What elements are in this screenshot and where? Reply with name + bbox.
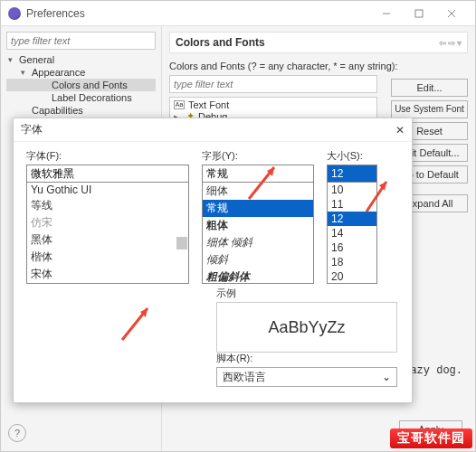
- script-label: 脚本(R):: [216, 352, 397, 365]
- sample-preview: AaBbYyZz: [216, 302, 397, 353]
- section-title: Colors and Fonts: [176, 36, 265, 49]
- filter-input[interactable]: [6, 32, 156, 50]
- list-item[interactable]: 仿宋: [27, 214, 188, 231]
- size-label: 大小(S):: [327, 149, 377, 163]
- help-button[interactable]: ?: [8, 424, 26, 442]
- style-input[interactable]: [202, 165, 314, 183]
- style-label: 字形(Y):: [202, 149, 314, 163]
- font-dialog-titlebar: 字体 ✕: [14, 118, 412, 142]
- script-section: 脚本(R): 西欧语言⌄: [216, 352, 397, 387]
- list-item[interactable]: 倾斜: [203, 251, 313, 268]
- list-item[interactable]: 宋体: [27, 266, 188, 283]
- cf-filter-input[interactable]: [169, 75, 377, 93]
- list-item[interactable]: 16: [328, 240, 376, 255]
- scrollbar-thumb[interactable]: [176, 237, 187, 250]
- section-header: Colors and Fonts ⇦⇨▾: [169, 32, 468, 53]
- list-item[interactable]: 常规: [203, 200, 313, 217]
- close-button[interactable]: [435, 1, 468, 26]
- fwd-icon[interactable]: ⇨: [448, 38, 455, 48]
- cf-tree-item-text-font[interactable]: AaText Font: [174, 99, 373, 110]
- list-item[interactable]: 等线: [27, 197, 188, 214]
- style-list[interactable]: 细体常规粗体细体 倾斜倾斜粗偏斜体: [202, 183, 314, 284]
- eclipse-icon: [8, 7, 21, 20]
- edit-button[interactable]: Edit...: [391, 79, 468, 97]
- twisty-icon: ▾: [21, 68, 30, 77]
- list-item[interactable]: 10: [328, 183, 376, 197]
- font-input[interactable]: [26, 165, 189, 183]
- tree-item-appearance[interactable]: ▾Appearance: [6, 66, 156, 79]
- style-column: 字形(Y): 细体常规粗体细体 倾斜倾斜粗偏斜体: [202, 149, 314, 284]
- titlebar: Preferences: [1, 1, 475, 26]
- tree-item-capabilities[interactable]: Capabilities: [6, 104, 156, 117]
- back-icon[interactable]: ⇦: [439, 38, 446, 48]
- list-item[interactable]: Yu Gothic UI: [27, 183, 188, 197]
- list-item[interactable]: 20: [328, 269, 376, 284]
- list-item[interactable]: 细体: [203, 183, 313, 200]
- size-column: 大小(S): 1011121416182022: [327, 149, 377, 284]
- maximize-button[interactable]: [403, 1, 435, 26]
- use-system-font-button[interactable]: Use System Font: [391, 100, 468, 118]
- menu-icon[interactable]: ▾: [457, 38, 462, 48]
- size-input[interactable]: [327, 165, 377, 183]
- window-title: Preferences: [26, 7, 370, 20]
- watermark: 宝哥软件园: [390, 428, 472, 448]
- script-select[interactable]: 西欧语言⌄: [216, 367, 397, 387]
- tree-item-general[interactable]: ▾General: [6, 53, 156, 66]
- font-dialog: 字体 ✕ 字体(F): Yu Gothic UI 等线 仿宋 黑体 楷体 宋体 …: [13, 118, 413, 403]
- list-item[interactable]: 微软雅黑: [27, 283, 188, 284]
- list-item[interactable]: 粗偏斜体: [203, 268, 313, 284]
- font-dialog-title: 字体: [21, 122, 395, 137]
- font-dialog-body: 字体(F): Yu Gothic UI 等线 仿宋 黑体 楷体 宋体 微软雅黑 …: [14, 142, 412, 291]
- size-list[interactable]: 1011121416182022: [327, 183, 377, 284]
- list-item[interactable]: 18: [328, 255, 376, 269]
- minimize-button[interactable]: [370, 1, 403, 26]
- annotation-arrow: [113, 299, 158, 344]
- sample-section: 示例 AaBbYyZz: [216, 287, 397, 353]
- list-item[interactable]: 粗体: [203, 217, 313, 234]
- sample-label: 示例: [216, 287, 397, 300]
- tree-item-label-decorations[interactable]: Label Decorations: [6, 91, 156, 104]
- svg-marker-5: [140, 308, 148, 317]
- svg-line-4: [122, 308, 148, 340]
- nav-arrows: ⇦⇨▾: [439, 38, 462, 48]
- font-column: 字体(F): Yu Gothic UI 等线 仿宋 黑体 楷体 宋体 微软雅黑 …: [26, 149, 189, 284]
- list-item[interactable]: 细体 倾斜: [203, 234, 313, 251]
- chevron-down-icon: ⌄: [382, 371, 391, 383]
- tree-item-colors-fonts[interactable]: Colors and Fonts: [6, 79, 156, 91]
- twisty-icon: ▾: [8, 55, 17, 64]
- list-item[interactable]: 黑体: [27, 231, 188, 249]
- list-item[interactable]: 11: [328, 197, 376, 212]
- list-item[interactable]: 12: [328, 212, 376, 226]
- svg-rect-1: [415, 10, 423, 17]
- subcaption: Colors and Fonts (? = any character, * =…: [169, 61, 468, 71]
- font-label: 字体(F):: [26, 149, 189, 163]
- font-list[interactable]: Yu Gothic UI 等线 仿宋 黑体 楷体 宋体 微软雅黑 新宋体: [26, 183, 189, 284]
- list-item[interactable]: 楷体: [27, 249, 188, 266]
- font-icon: Aa: [174, 100, 185, 109]
- category-tree: ▾General ▾Appearance Colors and Fonts La…: [6, 53, 156, 117]
- close-icon[interactable]: ✕: [395, 124, 405, 137]
- list-item[interactable]: 14: [328, 226, 376, 240]
